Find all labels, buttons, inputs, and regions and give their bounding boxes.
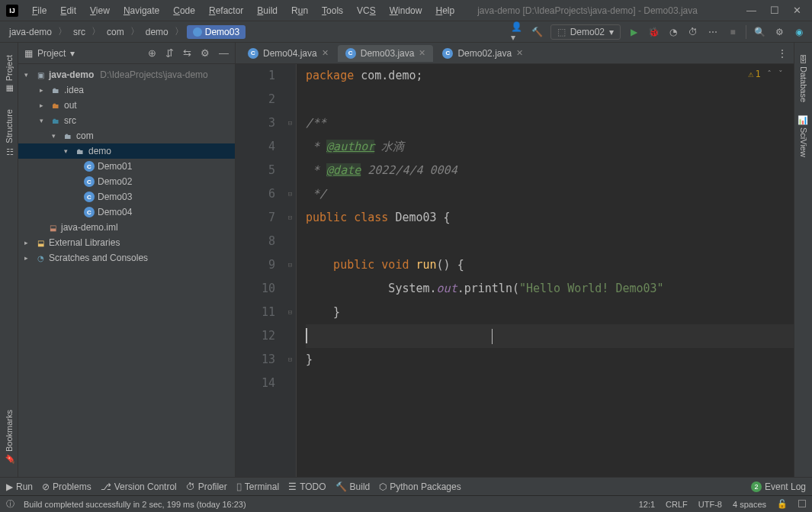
close-button[interactable]: ✕ — [793, 5, 801, 16]
status-bar: ⓘ Build completed successfully in 2 sec,… — [0, 495, 812, 512]
close-icon[interactable]: ✕ — [516, 48, 523, 58]
line-separator[interactable]: CRLF — [666, 500, 688, 509]
plugin-icon[interactable]: ◉ — [792, 25, 806, 39]
menu-refactor[interactable]: Refactor — [203, 2, 249, 19]
gear-icon[interactable]: ⚙ — [201, 47, 210, 59]
menu-code[interactable]: Code — [167, 2, 201, 19]
bottom-tool-build[interactable]: 🔨Build — [335, 481, 371, 492]
menu-view[interactable]: View — [84, 2, 116, 19]
sidebar-tab-project[interactable]: ▦Project — [2, 49, 16, 100]
warning-indicator[interactable]: ⚠1 — [748, 69, 760, 79]
minimize-button[interactable]: — — [746, 5, 756, 16]
settings-icon[interactable]: ⚙ — [772, 25, 786, 39]
readonly-lock-icon[interactable]: 🔓 — [777, 499, 788, 509]
sciview-icon: 📊 — [798, 114, 808, 124]
sidebar-tab-bookmarks[interactable]: 🔖Bookmarks — [2, 404, 16, 471]
tree-node-demo[interactable]: ▾🖿 demo — [18, 143, 235, 159]
editor-tab-demo03[interactable]: C Demo03.java ✕ — [338, 45, 434, 62]
bottom-tool-eventlog[interactable]: 2Event Log — [751, 481, 806, 492]
tree-node-idea[interactable]: ▸🖿 .idea — [18, 82, 235, 98]
project-panel-title[interactable]: Project — [37, 48, 66, 59]
chevron-down-icon[interactable]: ▾ — [70, 48, 75, 59]
indent-info[interactable]: 4 spaces — [733, 500, 766, 509]
tree-node-iml[interactable]: ⬓ java-demo.iml — [18, 220, 235, 235]
code-content[interactable]: package com.demo; /** * @author 水滴 * @da… — [297, 64, 794, 477]
tree-node-com[interactable]: ▾🖿 com — [18, 128, 235, 143]
dotdot-icon[interactable]: ⋯ — [706, 25, 720, 39]
bottom-tool-vcs[interactable]: ⎇Version Control — [101, 481, 177, 492]
crumb-class[interactable]: Demo03 — [187, 25, 246, 39]
crumb-src[interactable]: src — [70, 25, 88, 39]
debug-button[interactable]: 🐞 — [647, 25, 660, 39]
collapse-all-icon[interactable]: ⇆ — [183, 47, 191, 59]
hammer-icon[interactable]: 🔨 — [531, 25, 544, 39]
bottom-tool-todo[interactable]: ☰TODO — [288, 481, 326, 492]
fold-end-icon[interactable]: ⊟ — [284, 348, 296, 372]
menu-help[interactable]: Help — [429, 2, 461, 19]
expand-all-icon[interactable]: ⇵ — [165, 47, 174, 59]
sidebar-tab-sciview[interactable]: 📊SciView — [796, 108, 810, 163]
bottom-tool-run[interactable]: ▶Run — [6, 481, 33, 492]
menu-run[interactable]: Run — [285, 2, 314, 19]
run-button[interactable]: ▶ — [627, 25, 640, 39]
run-config-selector[interactable]: ⬚ Demo02 ▾ — [550, 24, 621, 40]
chevron-down-icon: ▾ — [609, 27, 614, 37]
tree-node-demo03[interactable]: C Demo03 — [18, 189, 235, 204]
menu-window[interactable]: Window — [384, 2, 428, 19]
sidebar-tab-structure[interactable]: ☷Structure — [2, 103, 16, 163]
crumb-com[interactable]: com — [104, 25, 127, 39]
editor-body[interactable]: ⚠1 ˆ ˇ 1 2 3 4 5 6 7 8 9 10 11 12 13 14 — [236, 64, 794, 477]
tree-node-demo04[interactable]: C Demo04 — [18, 204, 235, 220]
close-icon[interactable]: ✕ — [419, 48, 425, 58]
bottom-tool-python[interactable]: ⬡Python Packages — [379, 481, 461, 492]
editor-area: C Demo04.java ✕ C Demo03.java ✕ C Demo02… — [236, 43, 794, 477]
project-tree[interactable]: ▾▣ java-demo D:\IdeaProjects\java-demo ▸… — [18, 64, 235, 477]
fold-start-icon[interactable]: ⊟ — [284, 206, 296, 230]
crumb-demo[interactable]: demo — [143, 25, 172, 39]
editor-tab-demo02[interactable]: C Demo02.java ✕ — [435, 45, 531, 62]
coverage-button[interactable]: ◔ — [666, 25, 680, 39]
crumb-project[interactable]: java-demo — [6, 25, 55, 39]
next-highlight-icon[interactable]: ˇ — [778, 69, 783, 79]
fold-start-icon[interactable]: ⊟ — [284, 111, 296, 135]
select-opened-icon[interactable]: ⊕ — [148, 47, 156, 59]
hide-icon[interactable]: — — [219, 47, 229, 59]
bottom-tool-terminal[interactable]: ⌷Terminal — [236, 481, 279, 492]
sidebar-tab-database[interactable]: 🗄Database — [797, 49, 810, 108]
fold-start-icon[interactable]: ⊟ — [284, 253, 296, 277]
tree-node-out[interactable]: ▸🖿 out — [18, 98, 235, 113]
maximize-button[interactable]: ☐ — [770, 5, 779, 16]
tree-node-scratches[interactable]: ▸◔ Scratches and Consoles — [18, 250, 235, 266]
tree-label: Demo01 — [98, 161, 132, 172]
profile-button[interactable]: ⏱ — [686, 25, 700, 39]
editor-tab-demo04[interactable]: C Demo04.java ✕ — [240, 45, 336, 62]
menu-vcs[interactable]: VCS — [351, 2, 382, 19]
cursor-position[interactable]: 12:1 — [639, 500, 655, 509]
tree-node-root[interactable]: ▾▣ java-demo D:\IdeaProjects\java-demo — [18, 67, 235, 82]
stop-button[interactable]: ■ — [726, 25, 740, 39]
fold-end-icon[interactable]: ⊟ — [284, 182, 296, 206]
file-encoding[interactable]: UTF-8 — [698, 500, 722, 509]
prev-highlight-icon[interactable]: ˆ — [767, 69, 772, 79]
fold-end-icon[interactable]: ⊟ — [284, 301, 296, 324]
fold-gutter[interactable]: ⊟ ⊟ ⊟ ⊟ ⊟ ⊟ — [284, 64, 297, 477]
search-everywhere-icon[interactable]: 🔍 — [753, 25, 766, 39]
menu-edit[interactable]: Edit — [54, 2, 82, 19]
user-icon[interactable]: 👤▾ — [511, 25, 525, 39]
bottom-tool-problems[interactable]: ⊘Problems — [42, 481, 91, 492]
tree-node-demo02[interactable]: C Demo02 — [18, 174, 235, 189]
menu-file[interactable]: File — [26, 2, 53, 19]
tab-menu-icon[interactable]: ⋮ — [777, 47, 788, 60]
status-info-icon[interactable]: ⓘ — [6, 498, 14, 510]
bottom-tool-profiler[interactable]: ⏱Profiler — [186, 481, 227, 492]
menu-tools[interactable]: Tools — [316, 2, 349, 19]
menu-navigate[interactable]: Navigate — [117, 2, 165, 19]
close-icon[interactable]: ✕ — [322, 48, 329, 58]
tree-node-demo01[interactable]: C Demo01 — [18, 159, 235, 174]
memory-indicator[interactable] — [798, 500, 806, 509]
code-token: public class — [306, 211, 395, 224]
menu-build[interactable]: Build — [251, 2, 284, 19]
tree-node-src[interactable]: ▾🖿 src — [18, 113, 235, 128]
tree-node-external-libs[interactable]: ▸⬓ External Libraries — [18, 235, 235, 250]
line-number: 12 — [236, 324, 275, 348]
